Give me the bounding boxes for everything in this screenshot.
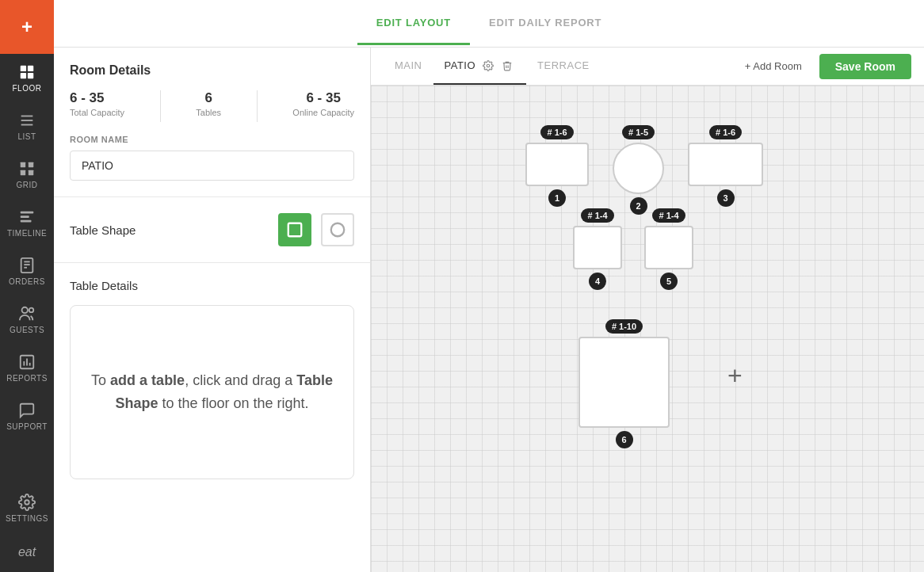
table-label-1: # 1-6 <box>540 125 573 139</box>
canvas-table-1[interactable]: # 1-61 <box>525 125 589 207</box>
sidebar-item-label-timeline: TIMELINE <box>7 229 47 238</box>
capacity-divider-2 <box>257 90 258 122</box>
room-name-label: ROOM NAME <box>70 135 354 144</box>
canvas-table-2[interactable]: # 1-52 <box>613 125 664 215</box>
table-label-2: # 1-5 <box>622 125 655 139</box>
total-capacity-label: Total Capacity <box>70 108 124 117</box>
tab-edit-daily-report[interactable]: EDIT DAILY REPORT <box>470 2 620 45</box>
table-number-3: 3 <box>717 189 735 207</box>
patio-delete-icon[interactable] <box>499 58 515 74</box>
online-capacity-value: 6 - 35 <box>306 90 340 106</box>
sidebar-item-support[interactable]: SUPPORT <box>0 392 54 440</box>
grid-icon <box>18 160 36 177</box>
sidebar: + FLOOR LIST GRID TIMELINE ORDERS GUESTS… <box>0 0 54 572</box>
left-panel: Room Details 6 - 35 Total Capacity 6 Tab… <box>54 48 371 572</box>
table-body-5 <box>644 226 693 269</box>
sidebar-item-label-settings: SETTINGS <box>6 514 48 523</box>
canvas-table-3[interactable]: # 1-63 <box>688 125 763 207</box>
svg-point-24 <box>25 500 29 505</box>
top-nav-tabs: EDIT LAYOUT EDIT DAILY REPORT <box>70 2 908 45</box>
support-icon <box>18 402 36 419</box>
svg-point-19 <box>29 308 34 313</box>
patio-settings-icon[interactable] <box>480 58 496 74</box>
table-body-3 <box>688 143 763 186</box>
svg-rect-10 <box>29 170 33 175</box>
sidebar-item-label-list: LIST <box>17 132 36 141</box>
table-details-section: Table Details To add a table, click and … <box>54 263 370 495</box>
svg-point-27 <box>487 64 490 67</box>
sidebar-item-label-floor: FLOOR <box>13 84 42 93</box>
table-body-6 <box>578 337 670 428</box>
svg-rect-3 <box>28 73 33 78</box>
sidebar-item-label-orders: ORDERS <box>9 277 45 286</box>
online-capacity-item: 6 - 35 Online Capacity <box>292 90 354 117</box>
content-area: Room Details 6 - 35 Total Capacity 6 Tab… <box>54 48 924 572</box>
room-tabs-bar: MAIN PATIO TERRACE + Add Room <box>371 48 924 86</box>
table-number-1: 1 <box>548 189 566 207</box>
total-capacity-value: 6 - 35 <box>70 90 104 106</box>
sidebar-item-guests[interactable]: GUESTS <box>0 296 54 344</box>
online-capacity-label: Online Capacity <box>292 108 354 117</box>
settings-icon <box>18 494 36 511</box>
svg-point-26 <box>331 223 345 237</box>
canvas-table-5[interactable]: # 1-45 <box>644 208 693 290</box>
room-tab-patio-label: PATIO <box>445 59 476 71</box>
timeline-icon <box>18 208 36 226</box>
room-details-section: Room Details 6 - 35 Total Capacity 6 Tab… <box>54 48 370 197</box>
svg-rect-0 <box>21 66 26 71</box>
table-details-instruction: To add a table, click and drag a Table S… <box>86 369 338 415</box>
svg-rect-8 <box>29 162 33 167</box>
sidebar-item-floor[interactable]: FLOOR <box>0 54 54 102</box>
room-tab-main[interactable]: MAIN <box>384 50 433 82</box>
tables-item: 6 Tables <box>196 90 221 117</box>
canvas-table-6[interactable]: # 1-106 <box>578 319 670 448</box>
grid-area[interactable]: + # 1-61# 1-52# 1-63# 1-44# 1-45# 1-106 <box>371 86 924 572</box>
tables-value: 6 <box>204 90 212 106</box>
shape-btn-square[interactable] <box>278 213 311 246</box>
svg-rect-13 <box>21 220 32 223</box>
svg-point-18 <box>22 307 28 313</box>
table-shape-options <box>278 213 354 246</box>
sidebar-item-timeline[interactable]: TIMELINE <box>0 199 54 247</box>
table-shape-section: Table Shape <box>54 197 370 263</box>
sidebar-item-label-guests: GUESTS <box>10 326 44 334</box>
top-nav: EDIT LAYOUT EDIT DAILY REPORT <box>54 0 924 48</box>
sidebar-bottom: SETTINGS eat <box>0 484 54 572</box>
save-room-button[interactable]: Save Room <box>819 54 911 79</box>
main-content: EDIT LAYOUT EDIT DAILY REPORT Room Detai… <box>54 0 924 572</box>
room-name-input[interactable] <box>70 151 354 181</box>
room-tab-patio[interactable]: PATIO <box>433 48 527 85</box>
sidebar-logo[interactable]: + <box>0 0 54 54</box>
orders-icon <box>18 257 36 274</box>
table-shape-label: Table Shape <box>70 223 136 237</box>
logo-plus-icon: + <box>21 16 32 38</box>
tab-edit-layout[interactable]: EDIT LAYOUT <box>357 2 470 45</box>
add-room-button[interactable]: + Add Room <box>737 55 810 77</box>
floor-right: MAIN PATIO TERRACE + Add Room <box>371 48 924 572</box>
sidebar-item-settings[interactable]: SETTINGS <box>0 484 54 532</box>
shape-btn-circle[interactable] <box>321 213 354 246</box>
brand-label: eat <box>18 532 36 572</box>
table-body-4 <box>573 226 622 269</box>
total-capacity-item: 6 - 35 Total Capacity <box>70 90 124 117</box>
circle-shape-icon <box>329 221 346 238</box>
sidebar-item-list[interactable]: LIST <box>0 102 54 151</box>
table-details-title: Table Details <box>70 279 354 292</box>
table-label-6: # 1-10 <box>605 319 643 334</box>
room-tab-terrace[interactable]: TERRACE <box>526 50 601 82</box>
sidebar-item-orders[interactable]: ORDERS <box>0 247 54 296</box>
table-number-6: 6 <box>616 431 633 448</box>
square-shape-icon <box>286 221 304 238</box>
svg-rect-11 <box>21 212 34 214</box>
svg-rect-7 <box>21 162 25 167</box>
sidebar-item-grid[interactable]: GRID <box>0 151 54 199</box>
capacity-divider-1 <box>160 90 161 122</box>
svg-rect-2 <box>21 73 26 78</box>
sidebar-item-reports[interactable]: REPORTS <box>0 344 54 392</box>
floor-icon <box>18 63 36 81</box>
canvas-table-4[interactable]: # 1-44 <box>573 208 622 290</box>
table-label-4: # 1-4 <box>581 208 613 223</box>
table-label-5: # 1-4 <box>652 208 685 223</box>
svg-rect-9 <box>21 170 25 175</box>
plus-cursor: + <box>727 363 743 388</box>
